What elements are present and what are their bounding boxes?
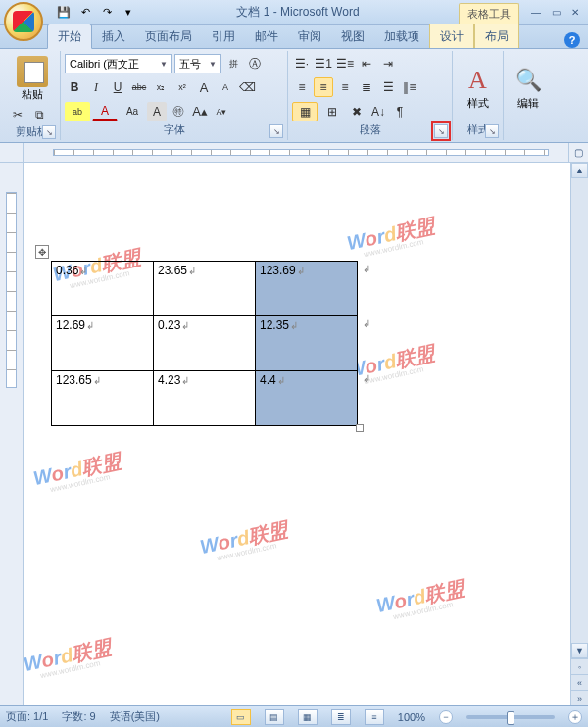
zoom-in-button[interactable]: ＋ xyxy=(568,710,582,724)
zoom-percent[interactable]: 100% xyxy=(398,711,425,723)
help-icon[interactable]: ? xyxy=(564,32,580,48)
shrink-font-button[interactable]: A xyxy=(216,77,235,97)
paste-button[interactable]: 粘贴 xyxy=(8,53,56,105)
subscript-button[interactable]: x₂ xyxy=(151,77,171,97)
distributed-button[interactable]: ☰ xyxy=(378,77,398,97)
print-layout-view-button[interactable]: ▭ xyxy=(231,709,251,725)
status-word-count[interactable]: 字数: 9 xyxy=(62,709,95,724)
tab-home[interactable]: 开始 xyxy=(47,24,92,49)
redo-button[interactable]: ↷ xyxy=(98,4,116,22)
align-center-button[interactable]: ≡ xyxy=(314,77,333,97)
show-marks-button[interactable]: ¶ xyxy=(390,102,410,121)
table-cell[interactable]: 0.23↲ xyxy=(154,316,256,371)
numbering-button[interactable]: ☰1 xyxy=(314,54,333,73)
justify-button[interactable]: ≣ xyxy=(357,77,376,97)
tab-insert[interactable]: 插入 xyxy=(92,24,135,48)
qat-customize[interactable]: ▾ xyxy=(120,4,137,22)
paragraph-launcher[interactable]: ↘ xyxy=(434,124,448,138)
char-border-button[interactable]: Ⓐ xyxy=(245,54,265,73)
copy-button[interactable]: ⧉ xyxy=(29,105,49,124)
phonetic-guide-button[interactable]: 拼 xyxy=(223,54,243,73)
align-left-button[interactable]: ≡ xyxy=(292,77,312,97)
next-page-button[interactable]: » xyxy=(571,690,588,705)
underline-button[interactable]: U xyxy=(108,77,127,97)
cut-button[interactable]: ✂ xyxy=(8,105,27,124)
tab-page-layout[interactable]: 页面布局 xyxy=(135,24,202,48)
close-button[interactable]: ✕ xyxy=(566,6,584,20)
vertical-scrollbar[interactable]: ▲ ▼ ◦ « » xyxy=(570,163,588,705)
vertical-ruler[interactable] xyxy=(0,163,24,705)
borders-button[interactable]: ⊞ xyxy=(319,102,345,121)
table-row[interactable]: 123.65↲ 4.23↲ 4.4↲↲ xyxy=(52,371,358,426)
italic-button[interactable]: I xyxy=(86,77,106,97)
save-button[interactable]: 💾 xyxy=(55,4,73,22)
table-cell[interactable]: 4.4↲↲ xyxy=(256,371,358,426)
horizontal-ruler[interactable]: ▢ xyxy=(0,143,588,163)
decrease-indent-button[interactable]: ⇤ xyxy=(357,54,376,73)
tab-review[interactable]: 审阅 xyxy=(288,24,331,48)
table-cell[interactable]: 12.35↲↲ xyxy=(256,316,358,371)
line-spacing-button[interactable]: ‖≡ xyxy=(400,77,419,97)
clear-formatting-button[interactable]: ⌫ xyxy=(237,77,257,97)
bullets-button[interactable]: ☰· xyxy=(292,54,312,73)
editing-button[interactable]: 🔍 编辑 xyxy=(508,62,549,114)
table-cell[interactable]: 23.65↲ xyxy=(154,262,256,316)
styles-button[interactable]: A 样式 xyxy=(457,62,499,114)
undo-button[interactable]: ↶ xyxy=(76,4,94,22)
prev-page-button[interactable]: « xyxy=(571,674,588,690)
increase-indent-button[interactable]: ⇥ xyxy=(378,54,398,73)
change-case-button[interactable]: Aa xyxy=(120,102,145,121)
bold-button[interactable]: B xyxy=(65,77,84,97)
table-row[interactable]: 12.69↲ 0.23↲ 12.35↲↲ xyxy=(52,316,358,371)
tab-addins[interactable]: 加载项 xyxy=(374,24,429,48)
shading-button[interactable]: ▦ xyxy=(292,102,318,121)
font-size-combo[interactable]: 五号▼ xyxy=(174,54,221,73)
scroll-down-button[interactable]: ▼ xyxy=(571,643,588,658)
multilevel-button[interactable]: ☰≡ xyxy=(335,54,355,73)
office-button[interactable] xyxy=(4,2,43,41)
table-cell[interactable]: 12.69↲ xyxy=(52,316,154,371)
zoom-out-button[interactable]: － xyxy=(439,710,453,724)
table-row[interactable]: 0.36↲ 23.65↲ 123.69↲↲ xyxy=(52,262,358,316)
shrink-font2-button[interactable]: A▾ xyxy=(212,102,231,121)
align-right-button[interactable]: ≡ xyxy=(335,77,355,97)
scroll-up-button[interactable]: ▲ xyxy=(571,163,588,178)
grow-font-button[interactable]: A xyxy=(194,77,214,97)
draft-view-button[interactable]: ≡ xyxy=(365,709,384,725)
table-cell[interactable]: 123.69↲↲ xyxy=(256,262,358,316)
status-language[interactable]: 英语(美国) xyxy=(110,709,160,724)
zoom-slider[interactable] xyxy=(466,715,555,719)
asian-layout-button[interactable]: ✖ xyxy=(347,102,367,121)
status-page[interactable]: 页面: 1/1 xyxy=(6,709,48,724)
document-area[interactable]: Word联盟www.wordlm.com Word联盟www.wordlm.co… xyxy=(24,163,570,705)
tab-references[interactable]: 引用 xyxy=(202,24,245,48)
font-name-combo[interactable]: Calibri (西文正▼ xyxy=(65,54,172,73)
strikethrough-button[interactable]: abc xyxy=(129,77,149,97)
styles-launcher[interactable]: ↘ xyxy=(485,124,499,138)
ruler-toggle-icon[interactable]: ▢ xyxy=(568,143,588,162)
superscript-button[interactable]: x² xyxy=(172,77,192,97)
sort-button[interactable]: A↓ xyxy=(368,102,388,121)
tab-mailings[interactable]: 邮件 xyxy=(245,24,288,48)
tab-table-layout[interactable]: 布局 xyxy=(474,24,519,48)
clipboard-launcher[interactable]: ↘ xyxy=(42,125,56,139)
table-move-handle[interactable]: ✥ xyxy=(35,245,49,259)
browse-object-button[interactable]: ◦ xyxy=(571,658,588,674)
enclose-char-button[interactable]: ㊕ xyxy=(169,102,188,121)
full-screen-view-button[interactable]: ▤ xyxy=(265,709,284,725)
restore-button[interactable]: ▭ xyxy=(547,6,564,20)
web-layout-view-button[interactable]: ▦ xyxy=(298,709,318,725)
highlight-button[interactable]: ab xyxy=(65,102,90,121)
table-cell[interactable]: 123.65↲ xyxy=(52,371,154,426)
font-launcher[interactable]: ↘ xyxy=(270,124,283,138)
minimize-button[interactable]: — xyxy=(527,6,545,20)
table-cell[interactable]: 0.36↲ xyxy=(52,262,154,316)
table-resize-handle[interactable] xyxy=(356,424,364,432)
table-cell[interactable]: 4.23↲ xyxy=(154,371,256,426)
tab-table-design[interactable]: 设计 xyxy=(429,24,474,48)
grow-font2-button[interactable]: A▴ xyxy=(190,102,210,121)
tab-view[interactable]: 视图 xyxy=(331,24,374,48)
font-color-button[interactable]: A xyxy=(92,102,118,121)
outline-view-button[interactable]: ≣ xyxy=(331,709,351,725)
document-table[interactable]: 0.36↲ 23.65↲ 123.69↲↲ 12.69↲ 0.23↲ 12.35… xyxy=(51,261,358,426)
